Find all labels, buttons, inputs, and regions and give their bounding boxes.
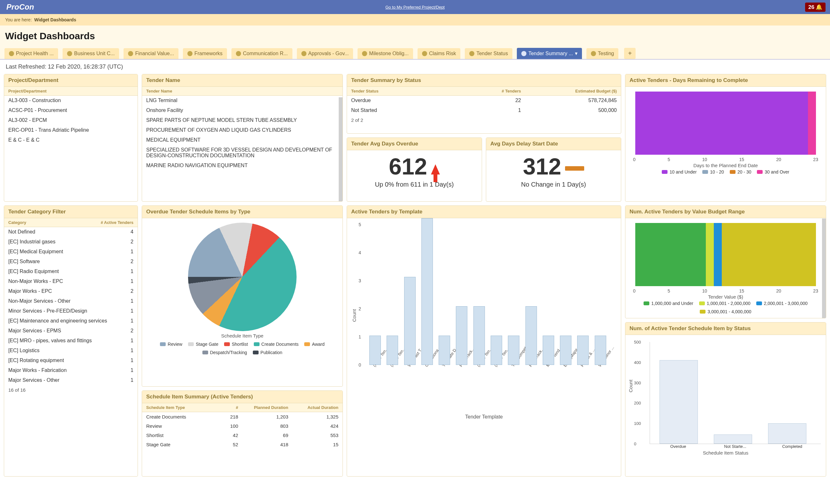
bar[interactable] bbox=[660, 360, 698, 444]
col-header[interactable]: Actual Duration bbox=[292, 403, 343, 412]
table-cell[interactable]: 52 bbox=[212, 440, 242, 449]
list-item[interactable]: Major Works - Fabrication1 bbox=[4, 366, 137, 375]
list-item[interactable]: MEDICAL EQUIPMENT bbox=[142, 135, 343, 145]
notification-badge[interactable]: 26 🔔 bbox=[805, 3, 826, 12]
list-item[interactable]: [EC] Medical Equipment1 bbox=[4, 247, 137, 257]
bar[interactable] bbox=[387, 336, 398, 365]
col-header[interactable]: Planned Duration bbox=[242, 403, 292, 412]
table-cell[interactable]: 1,325 bbox=[292, 412, 343, 422]
bar[interactable] bbox=[456, 306, 467, 365]
bar[interactable] bbox=[491, 336, 502, 365]
table-cell[interactable]: 424 bbox=[292, 422, 343, 431]
table-cell[interactable]: 803 bbox=[242, 422, 292, 431]
table-cell[interactable]: Stage Gate bbox=[142, 440, 212, 449]
table-cell[interactable]: Review bbox=[142, 422, 212, 431]
bar-chart[interactable]: Count 012345 (Major Ten...(Minor Ten...W… bbox=[347, 218, 621, 413]
list-item[interactable]: [EC] Radio Equipment1 bbox=[4, 267, 137, 276]
table-cell[interactable]: Create Documents bbox=[142, 412, 212, 422]
legend-item[interactable]: Create Documents bbox=[254, 342, 299, 347]
bar-segment[interactable] bbox=[722, 223, 816, 286]
legend-item[interactable]: Shortlist bbox=[224, 342, 248, 347]
col-header[interactable]: # bbox=[212, 403, 242, 412]
list-item[interactable]: Major Services - Other1 bbox=[4, 375, 137, 385]
stacked-bar[interactable] bbox=[635, 91, 816, 155]
legend-item[interactable]: Stage Gate bbox=[188, 342, 218, 347]
list-item[interactable]: [EC] Rotating equipment1 bbox=[4, 356, 137, 366]
list-item[interactable]: E & C - E & C bbox=[4, 135, 137, 145]
col-header[interactable]: # Active Tenders bbox=[92, 220, 133, 225]
col-header[interactable]: Schedule Item Type bbox=[142, 403, 212, 412]
list-item[interactable]: ACSC-P01 - Procurement bbox=[4, 106, 137, 115]
legend-item[interactable]: Publication bbox=[253, 350, 283, 355]
legend-item[interactable]: 10 and Under bbox=[662, 169, 697, 174]
list-item[interactable]: AL3-003 - Construction bbox=[4, 96, 137, 106]
legend-item[interactable]: 1,000,001 - 2,000,000 bbox=[699, 301, 751, 306]
preferred-project-link[interactable]: Go to My Preferred Project/Dept bbox=[385, 5, 445, 9]
tab[interactable]: Milestone Oblig... bbox=[357, 48, 413, 59]
bar-segment[interactable] bbox=[635, 223, 706, 286]
list-item[interactable]: Major Works - EPC2 bbox=[4, 287, 137, 296]
list-item[interactable]: Overdue22578,724,845 bbox=[347, 96, 621, 106]
list-item[interactable]: SPECIALIZED SOFTWARE FOR 3D VESSEL DESIG… bbox=[142, 145, 343, 161]
list-item[interactable]: Minor Services - Pre-FEED/Design1 bbox=[4, 306, 137, 316]
legend-item[interactable]: Award bbox=[304, 342, 324, 347]
tab[interactable]: Approvals - Gov... bbox=[297, 48, 353, 59]
col-header[interactable]: Tender Name bbox=[146, 89, 172, 94]
legend-item[interactable]: 3,000,001 - 4,000,000 bbox=[700, 309, 751, 314]
bar-segment[interactable] bbox=[808, 92, 816, 155]
col-header[interactable]: Project/Department bbox=[8, 89, 46, 94]
add-tab-button[interactable]: + bbox=[624, 48, 636, 59]
list-item[interactable]: Non-Major Works - EPC1 bbox=[4, 276, 137, 287]
legend-item[interactable]: 2,000,001 - 3,000,000 bbox=[756, 301, 808, 306]
bar[interactable] bbox=[543, 336, 554, 365]
col-header[interactable]: Category bbox=[8, 220, 92, 225]
bar[interactable] bbox=[369, 336, 381, 365]
legend-item[interactable]: 1,000,000 and Under bbox=[644, 301, 693, 306]
legend-item[interactable]: 20 - 30 bbox=[730, 169, 752, 174]
list-item[interactable]: Not Defined4 bbox=[4, 227, 137, 237]
list-item[interactable]: ERC-OP01 - Trans Adriatic Pipeline bbox=[4, 125, 137, 135]
bar[interactable] bbox=[595, 336, 606, 365]
bar[interactable] bbox=[508, 336, 519, 365]
col-header[interactable]: Tender Status bbox=[351, 89, 470, 94]
bar[interactable] bbox=[525, 306, 537, 365]
list-item[interactable]: [EC] Software2 bbox=[4, 257, 137, 267]
tab[interactable]: Frameworks bbox=[183, 48, 227, 59]
list-item[interactable]: Non-Major Services - Other1 bbox=[4, 296, 137, 306]
bar-segment[interactable] bbox=[706, 223, 714, 286]
legend-item[interactable]: 10 - 20 bbox=[702, 169, 724, 174]
list-item[interactable]: SPARE PARTS OF NEPTUNE MODEL STERN TUBE … bbox=[142, 115, 343, 125]
legend-item[interactable]: Despatch/Tracking bbox=[202, 350, 247, 355]
breadcrumb-current[interactable]: Widget Dashboards bbox=[34, 17, 76, 22]
table-cell[interactable]: 100 bbox=[212, 422, 242, 431]
list-item[interactable]: [EC] MRO - pipes, valves and fittings1 bbox=[4, 336, 137, 346]
tab[interactable]: Communication R... bbox=[231, 48, 292, 59]
table-cell[interactable]: Shortlist bbox=[142, 431, 212, 440]
bar[interactable] bbox=[714, 434, 752, 444]
table-cell[interactable]: 418 bbox=[242, 440, 292, 449]
tab[interactable]: Business Unit C... bbox=[63, 48, 119, 59]
bar[interactable] bbox=[577, 336, 589, 365]
list-item[interactable]: [EC] Maintenance and engineering service… bbox=[4, 316, 137, 326]
bar-segment[interactable] bbox=[635, 92, 808, 155]
pie-chart[interactable] bbox=[188, 223, 296, 331]
bar[interactable] bbox=[768, 423, 806, 444]
bar[interactable] bbox=[473, 306, 485, 365]
tab[interactable]: Claims Risk bbox=[418, 48, 460, 59]
table-cell[interactable]: 218 bbox=[212, 412, 242, 422]
table-cell[interactable]: 42 bbox=[212, 431, 242, 440]
bar[interactable] bbox=[404, 277, 416, 365]
table-cell[interactable]: 15 bbox=[292, 440, 343, 449]
table-cell[interactable]: 553 bbox=[292, 431, 343, 440]
stacked-bar[interactable] bbox=[635, 223, 816, 287]
tab[interactable]: Project Health ... bbox=[4, 48, 58, 59]
list-item[interactable]: AL3-002 - EPCM bbox=[4, 115, 137, 125]
scrollbar[interactable] bbox=[339, 97, 343, 201]
bar[interactable] bbox=[560, 336, 571, 365]
bar[interactable] bbox=[439, 336, 450, 365]
tab[interactable]: Testing bbox=[586, 48, 619, 59]
list-item[interactable]: Onshore Facility bbox=[142, 106, 343, 115]
table-cell[interactable]: 69 bbox=[242, 431, 292, 440]
table-cell[interactable]: 1,203 bbox=[242, 412, 292, 422]
legend-item[interactable]: Review bbox=[160, 342, 182, 347]
